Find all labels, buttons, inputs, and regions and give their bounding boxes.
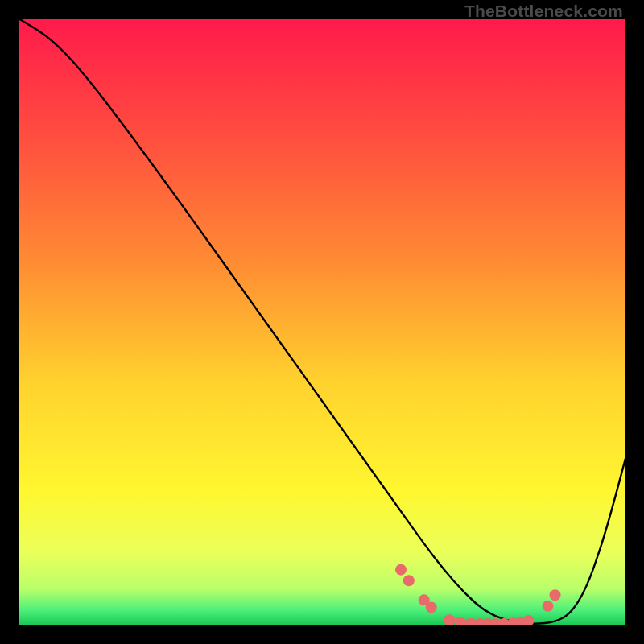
highlight-dot xyxy=(444,614,455,625)
highlight-dot xyxy=(395,564,407,576)
bottleneck-chart xyxy=(19,19,625,625)
gradient-background xyxy=(19,19,625,625)
chart-frame xyxy=(19,19,625,625)
highlight-dot xyxy=(403,575,415,586)
highlight-dot xyxy=(542,601,553,612)
highlight-dot xyxy=(550,589,561,601)
highlight-dot xyxy=(426,601,437,613)
